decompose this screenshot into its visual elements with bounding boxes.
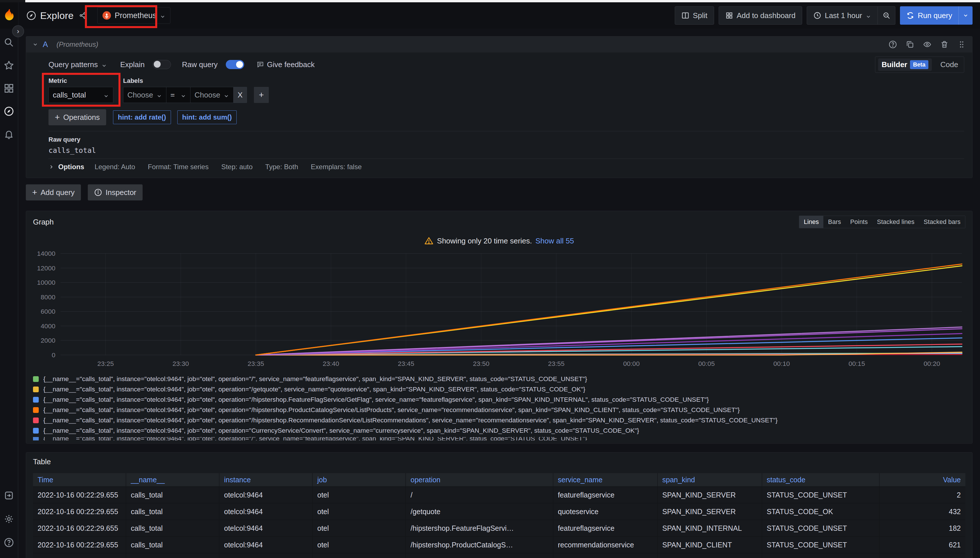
- cell-instance: otelcol:9464: [219, 503, 313, 520]
- cell-operation: /getquote: [406, 503, 553, 520]
- remove-query-trash-icon[interactable]: [940, 40, 949, 49]
- column-header-status_code[interactable]: status_code: [762, 473, 880, 486]
- table-row-2: 2022-10-16 00:22:29.655calls_totalotelco…: [33, 520, 965, 536]
- query-option-summary: Exemplars: false: [311, 163, 362, 171]
- legend-item-4[interactable]: {__name__="calls_total", instance="otelc…: [33, 415, 965, 425]
- query-hint-button-1[interactable]: hint: add sum(): [177, 110, 237, 124]
- hide-response-eye-icon[interactable]: [923, 40, 932, 49]
- duplicate-query-icon[interactable]: [906, 40, 914, 49]
- query-patterns-dropdown[interactable]: Query patterns: [48, 60, 109, 69]
- legend-item-1[interactable]: {__name__="calls_total", instance="otelc…: [33, 384, 965, 395]
- column-header-operation[interactable]: operation: [406, 473, 553, 486]
- graph-legend: {__name__="calls_total", instance="otelc…: [33, 374, 965, 440]
- grafana-logo[interactable]: [0, 2, 18, 29]
- cell-operation: /hipstershop.ProductCatalogS…: [406, 536, 553, 553]
- alerting-bell-icon[interactable]: [4, 129, 14, 140]
- zoom-out-time-button[interactable]: [878, 6, 895, 25]
- query-hint-button-0[interactable]: hint: add rate(): [113, 110, 171, 124]
- svg-text:23:50: 23:50: [473, 360, 489, 367]
- column-header-__name__[interactable]: __name__: [126, 473, 219, 486]
- label-value-select[interactable]: Choose: [190, 87, 233, 103]
- query-ref-id: A: [43, 40, 48, 49]
- window-top-edge: [0, 0, 980, 2]
- legend-label: {__name__="calls_total", instance="otelc…: [43, 386, 585, 393]
- sidebar-expand-button[interactable]: ›: [12, 25, 24, 37]
- query-help-icon[interactable]: [888, 40, 897, 49]
- legend-label: {__name__="calls_total", instance="otelc…: [43, 427, 639, 435]
- search-icon[interactable]: [4, 37, 14, 48]
- add-label-filter-button[interactable]: +: [254, 87, 269, 103]
- query-options-row: Options Legend: AutoFormat: Time seriesS…: [48, 159, 964, 172]
- legend-item-0[interactable]: {__name__="calls_total", instance="otelc…: [33, 374, 965, 384]
- options-collapse-toggle[interactable]: Options: [58, 163, 84, 171]
- code-mode-button[interactable]: Code: [937, 60, 961, 69]
- labels-field: Labels Choose =: [123, 77, 269, 103]
- cell-instance: otelcol:9464: [219, 486, 313, 503]
- svg-text:00:20: 00:20: [924, 360, 940, 367]
- help-icon[interactable]: [4, 537, 14, 548]
- legend-item-2[interactable]: {__name__="calls_total", instance="otelc…: [33, 395, 965, 405]
- legend-swatch: [33, 417, 39, 423]
- dashboards-icon[interactable]: [4, 83, 14, 94]
- legend-item-5[interactable]: {__name__="calls_total", instance="otelc…: [33, 425, 965, 436]
- builder-mode-button[interactable]: Builder Beta: [878, 59, 932, 71]
- remove-label-filter-button[interactable]: X: [233, 87, 247, 103]
- split-button[interactable]: Split: [675, 6, 714, 25]
- column-header-value[interactable]: Value: [880, 473, 965, 486]
- sign-in-icon[interactable]: [4, 490, 14, 501]
- explore-compass-icon[interactable]: [4, 106, 14, 117]
- show-all-series-link[interactable]: Show all 55: [535, 236, 574, 245]
- query-row-header[interactable]: A (Prometheus): [26, 36, 972, 53]
- datasource-picker[interactable]: Prometheus: [97, 7, 171, 24]
- drag-handle-icon[interactable]: [957, 40, 966, 49]
- beta-badge: Beta: [910, 60, 928, 69]
- results-table: Time__name__instancejoboperationservice_…: [33, 473, 965, 558]
- give-feedback-link[interactable]: Give feedback: [256, 60, 315, 69]
- metric-field: Metric calls_total: [48, 77, 113, 103]
- share-icon[interactable]: [79, 11, 87, 20]
- add-query-button[interactable]: + Add query: [26, 184, 81, 200]
- cell-value: 182: [880, 520, 965, 536]
- svg-text:23:40: 23:40: [323, 360, 339, 367]
- raw-query-toggle[interactable]: [226, 60, 244, 69]
- cell-__name__: calls_total: [126, 503, 219, 520]
- query-editor-panel: A (Prometheus) Query: [26, 36, 973, 178]
- explain-toggle[interactable]: [153, 60, 171, 69]
- add-to-dashboard-button[interactable]: Add to dashboard: [719, 6, 802, 25]
- cell-value: 621: [880, 536, 965, 553]
- comment-icon: [256, 61, 264, 69]
- column-header-service_name[interactable]: service_name: [553, 473, 658, 486]
- column-header-time[interactable]: Time: [33, 473, 126, 486]
- starred-icon[interactable]: [4, 60, 14, 71]
- label-operator-select[interactable]: =: [166, 87, 190, 103]
- graph-mode-points[interactable]: Points: [846, 216, 872, 228]
- svg-text:00:15: 00:15: [848, 360, 865, 367]
- time-range-picker[interactable]: Last 1 hour: [807, 6, 878, 25]
- run-query-dropdown[interactable]: [959, 6, 973, 25]
- chevron-down-icon: [181, 92, 186, 98]
- collapse-chevron-icon[interactable]: [33, 41, 38, 47]
- legend-item-3[interactable]: {__name__="calls_total", instance="otelc…: [33, 405, 965, 415]
- graph-panel: Graph LinesBarsPointsStacked linesStacke…: [26, 211, 973, 443]
- column-header-span_kind[interactable]: span_kind: [658, 473, 762, 486]
- column-header-job[interactable]: job: [313, 473, 406, 486]
- inspector-button[interactable]: Inspector: [88, 184, 143, 200]
- cell-__name__: calls_total: [126, 520, 219, 536]
- chevron-down-icon: [101, 62, 107, 67]
- column-header-instance[interactable]: instance: [219, 473, 313, 486]
- label-key-select[interactable]: Choose: [123, 87, 166, 103]
- metric-select[interactable]: calls_total: [48, 87, 113, 103]
- graph-mode-stacked-bars[interactable]: Stacked bars: [919, 216, 965, 228]
- graph-mode-stacked-lines[interactable]: Stacked lines: [872, 216, 919, 228]
- graph-mode-bars[interactable]: Bars: [823, 216, 845, 228]
- add-operation-button[interactable]: + Operations: [48, 109, 106, 125]
- legend-swatch: [33, 376, 39, 382]
- run-query-button[interactable]: Run query: [900, 6, 973, 25]
- legend-label: {__name__="calls_total", instance="otelc…: [43, 437, 587, 440]
- svg-text:10000: 10000: [37, 279, 55, 286]
- legend-item-partial[interactable]: {__name__="calls_total", instance="otelc…: [33, 437, 965, 440]
- time-series-chart[interactable]: 0200040006000800010000120001400023:2523:…: [33, 249, 965, 370]
- chevron-down-icon: [160, 13, 166, 18]
- graph-mode-lines[interactable]: Lines: [799, 216, 824, 228]
- settings-gear-icon[interactable]: [4, 514, 14, 524]
